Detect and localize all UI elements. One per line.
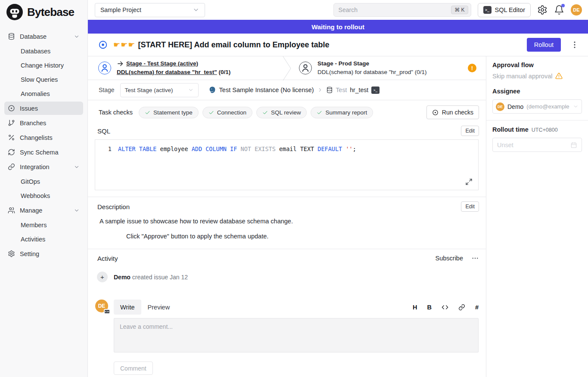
rollout-time-input[interactable]: Unset: [492, 138, 582, 152]
comment-input[interactable]: [114, 318, 479, 352]
check-sql-review[interactable]: SQL review: [256, 107, 307, 118]
chevron-down-icon: [193, 6, 199, 13]
check-label: Connection: [217, 109, 246, 116]
sidebar-item-manage[interactable]: Manage: [4, 204, 83, 217]
notification-bell-icon[interactable]: [554, 5, 564, 15]
database-link[interactable]: hr_test: [350, 87, 368, 93]
sidebar-item-setting[interactable]: Setting: [4, 247, 83, 260]
issue-title: ☛☛☛[START HERE] Add email column to Empl…: [113, 40, 329, 49]
check-summary-report[interactable]: Summary report: [311, 107, 373, 118]
rollout-timezone: UTC+0800: [532, 127, 558, 133]
sidebar-item-label: Activities: [21, 236, 45, 243]
check-icon: [145, 110, 150, 115]
sql-section: SQL Edit 1 ALTER TABLE employee ADD COLU…: [88, 120, 486, 190]
assignee-email: (demo@example: [526, 103, 569, 110]
instance-link[interactable]: Test Sample Instance (No license): [219, 87, 314, 93]
check-label: SQL review: [271, 109, 301, 116]
sidebar-item-change-history[interactable]: Change History: [4, 59, 83, 72]
assignee-select[interactable]: DE Demo (demo@example: [492, 99, 582, 114]
pointer-emoji: ☛☛☛: [113, 40, 135, 49]
format-toolbar: H B #: [413, 304, 479, 311]
search-placeholder: Search: [339, 6, 358, 13]
sidebar: Bytebase Database Databases Change Histo…: [0, 0, 88, 377]
search-input[interactable]: Search ⌘ K: [333, 3, 471, 17]
subscribe-button[interactable]: Subscribe: [436, 255, 463, 262]
sidebar-item-label: Anomalies: [21, 90, 50, 97]
check-connection[interactable]: Connection: [202, 107, 252, 118]
more-options-kebab-icon[interactable]: [570, 40, 579, 49]
sidebar-item-label: Manage: [20, 207, 42, 214]
hash-format-button[interactable]: #: [475, 304, 479, 311]
chevron-right-icon: [317, 87, 323, 93]
sidebar-item-databases[interactable]: Databases: [4, 44, 83, 58]
assignee-person-icon: [98, 62, 111, 74]
description-title: Description: [97, 203, 130, 210]
more-options-dots-icon[interactable]: [471, 254, 479, 262]
stage-label: Stage: [99, 87, 115, 93]
sidebar-item-issues[interactable]: Issues: [4, 102, 83, 115]
stage-task-link[interactable]: DDL(schema) for database "hr_test": [117, 69, 217, 75]
database-breadcrumb: Test Sample Instance (No license) Test h…: [208, 86, 380, 94]
assignee-avatar: DE: [496, 102, 504, 111]
check-statement-type[interactable]: Statement type: [139, 107, 199, 118]
approval-flow-value: Skip manual approval: [492, 73, 552, 80]
panel-divider: [486, 120, 588, 121]
sidebar-item-integration[interactable]: Integration: [4, 160, 83, 173]
stage-task-counter: (0/1): [218, 69, 230, 75]
rollout-button[interactable]: Rollout: [527, 38, 561, 52]
expand-fullscreen-icon[interactable]: [465, 178, 473, 185]
open-sql-editor-icon[interactable]: >_: [371, 87, 380, 94]
sidebar-item-webhooks[interactable]: Webhooks: [4, 189, 83, 202]
sidebar-item-database[interactable]: Database: [4, 30, 83, 43]
main-content: Stage - Test Stage (active) DDL(schema) …: [88, 56, 486, 377]
stage-pipeline: Stage - Test Stage (active) DDL(schema) …: [88, 56, 486, 80]
sidebar-item-slow-queries[interactable]: Slow Queries: [4, 73, 83, 86]
sidebar-item-activities[interactable]: Activities: [4, 232, 83, 246]
sidebar-item-gitops[interactable]: GitOps: [4, 175, 83, 188]
status-banner: Waiting to rollout: [88, 20, 588, 34]
comment-editor: DE Write Preview H B #: [88, 300, 486, 375]
topbar: Sample Project Search ⌘ K >_ SQL Editor …: [88, 0, 588, 20]
stage-separator-chevron: [283, 56, 292, 80]
sidebar-item-sync-schema[interactable]: Sync Schema: [4, 145, 83, 159]
sync-icon: [8, 148, 15, 156]
tab-write[interactable]: Write: [114, 300, 141, 315]
sql-editor[interactable]: 1 ALTER TABLE employee ADD COLUMN IF NOT…: [95, 139, 479, 190]
calendar-icon: [570, 142, 577, 148]
activity-section: Activity Subscribe + Demo created issue …: [88, 249, 486, 375]
brand-name: Bytebase: [27, 6, 74, 19]
stage-select-value: Test Stage (active): [125, 87, 173, 93]
heading-format-button[interactable]: H: [413, 304, 417, 311]
assignee-name: Demo: [507, 103, 523, 110]
stage-title-link[interactable]: Stage - Test Stage (active): [126, 59, 198, 68]
brand-logo[interactable]: Bytebase: [0, 0, 87, 22]
settings-gear-icon[interactable]: [537, 5, 548, 15]
bold-format-button[interactable]: B: [427, 304, 431, 311]
sidebar-item-anomalies[interactable]: Anomalies: [4, 87, 83, 100]
sidebar-item-label: Database: [20, 33, 47, 40]
sidebar-item-branches[interactable]: Branches: [4, 116, 83, 130]
stage-test[interactable]: Stage - Test Stage (active) DDL(schema) …: [88, 56, 283, 80]
sidebar-item-label: Branches: [20, 120, 46, 127]
postgresql-icon: [208, 86, 216, 94]
stage-prod[interactable]: Stage - Prod Stage DDL(schema) for datab…: [292, 56, 486, 80]
project-select[interactable]: Sample Project: [95, 3, 205, 17]
sidebar-item-members[interactable]: Members: [4, 218, 83, 232]
sql-editor-label: SQL Editor: [495, 6, 525, 13]
sidebar-item-label: Setting: [20, 250, 39, 257]
tab-preview[interactable]: Preview: [141, 300, 177, 315]
sidebar-item-label: Sync Schema: [20, 149, 58, 156]
sidebar-item-changelists[interactable]: Changelists: [4, 131, 83, 144]
stage-select[interactable]: Test Stage (active): [120, 83, 199, 97]
description-edit-button[interactable]: Edit: [461, 201, 479, 212]
comment-bubble-icon: [104, 309, 110, 314]
link-format-icon[interactable]: [458, 304, 465, 311]
database-icon: [326, 87, 333, 93]
run-checks-button[interactable]: Run checks: [426, 105, 479, 119]
code-format-icon[interactable]: [442, 304, 448, 311]
issue-side-panel: Approval flow Skip manual approval Assig…: [486, 56, 588, 377]
comment-submit-button[interactable]: Comment: [114, 362, 153, 375]
user-avatar[interactable]: DE: [571, 4, 582, 15]
sql-edit-button[interactable]: Edit: [461, 126, 479, 136]
sql-editor-button[interactable]: >_ SQL Editor: [478, 3, 531, 17]
